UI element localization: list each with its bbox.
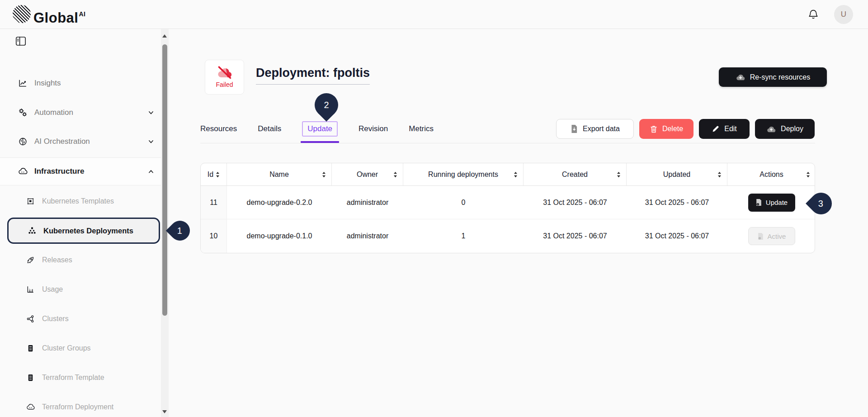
kubernetes-deployments-icon bbox=[28, 226, 37, 235]
cell-running-deployments: 0 bbox=[403, 186, 524, 219]
cloud-icon bbox=[18, 167, 28, 176]
brand-sup-text: AI bbox=[79, 10, 85, 18]
sort-icon[interactable] bbox=[617, 171, 621, 178]
resync-resources-label: Re-sync resources bbox=[750, 73, 810, 81]
sort-icon[interactable] bbox=[216, 171, 220, 178]
chevron-up-icon bbox=[147, 168, 155, 175]
sidebar-scrollbar[interactable] bbox=[161, 29, 169, 417]
cell-updated: 31 Oct 2025 - 06:07 bbox=[627, 186, 727, 219]
tab-update[interactable]: Update bbox=[302, 121, 338, 137]
sidebar-item-clusters[interactable]: Clusters bbox=[0, 310, 161, 328]
user-avatar[interactable]: U bbox=[834, 5, 853, 24]
resync-resources-button[interactable]: Re-sync resources bbox=[719, 67, 827, 87]
pen-icon bbox=[712, 125, 720, 133]
cell-created: 31 Oct 2025 - 06:07 bbox=[524, 219, 627, 253]
document-list-icon bbox=[26, 374, 35, 382]
tab-bar: Resources Details Update Revision Metric… bbox=[200, 118, 434, 139]
tab-resources[interactable]: Resources bbox=[200, 124, 237, 133]
cell-name: demo-upgrade-0.1.0 bbox=[227, 219, 332, 253]
scrollbar-thumb[interactable] bbox=[162, 44, 167, 316]
sort-icon[interactable] bbox=[322, 171, 326, 178]
sidebar-item-label: Insights bbox=[34, 79, 61, 88]
brand-logo-icon bbox=[13, 5, 31, 23]
export-data-label: Export data bbox=[583, 125, 620, 133]
cell-name: demo-upgrade-0.2.0 bbox=[227, 186, 332, 219]
column-label: Name bbox=[269, 171, 289, 179]
sort-icon[interactable] bbox=[806, 171, 810, 178]
sidebar: Insights Automation AI Orchestration Inf… bbox=[0, 29, 169, 417]
table-row: 11 demo-upgrade-0.2.0 administrator 0 31… bbox=[201, 186, 815, 219]
annotation-pin-number: 1 bbox=[177, 226, 182, 236]
sidebar-item-label: Clusters bbox=[42, 315, 69, 323]
deploy-button[interactable]: Deploy bbox=[755, 119, 815, 139]
notifications-bell-icon[interactable] bbox=[807, 9, 819, 20]
tab-metrics[interactable]: Metrics bbox=[409, 124, 434, 133]
page-action-buttons: Export data Delete Edit Deploy bbox=[556, 119, 815, 139]
cell-running-deployments: 1 bbox=[403, 219, 524, 253]
tab-revision[interactable]: Revision bbox=[359, 124, 388, 133]
annotation-pin-number: 2 bbox=[324, 100, 329, 110]
update-row-button[interactable]: Update bbox=[748, 194, 795, 212]
sidebar-item-automation[interactable]: Automation bbox=[0, 104, 161, 122]
sidebar-item-label: Kubernetes Deployments bbox=[43, 227, 133, 235]
sidebar-item-kubernetes-templates[interactable]: Kubernetes Templates bbox=[0, 192, 161, 210]
column-header-owner: Owner bbox=[332, 163, 403, 185]
rocket-icon bbox=[26, 256, 35, 265]
topbar: GlobalAI U bbox=[0, 0, 868, 29]
column-label: Running deployments bbox=[428, 171, 498, 179]
sort-icon[interactable] bbox=[717, 171, 722, 178]
column-label: Owner bbox=[357, 171, 378, 179]
status-badge: Failed bbox=[205, 60, 244, 95]
sidebar-item-label: Releases bbox=[42, 256, 72, 264]
update-row-label: Update bbox=[766, 199, 788, 206]
deploy-label: Deploy bbox=[781, 125, 803, 133]
sidebar-toggle-icon[interactable] bbox=[15, 36, 26, 46]
cell-created: 31 Oct 2025 - 06:07 bbox=[524, 186, 627, 219]
trash-icon bbox=[650, 125, 658, 133]
sort-icon[interactable] bbox=[514, 171, 518, 178]
sidebar-item-insights[interactable]: Insights bbox=[0, 74, 161, 92]
export-data-button[interactable]: Export data bbox=[556, 119, 634, 139]
tab-details[interactable]: Details bbox=[258, 124, 281, 133]
column-header-id: Id bbox=[201, 163, 227, 185]
clusters-icon bbox=[26, 315, 35, 323]
table-header-row: Id Name Owner Running deployments Create… bbox=[201, 163, 815, 186]
scrollbar-up-arrow[interactable] bbox=[162, 34, 167, 38]
column-header-updated: Updated bbox=[627, 163, 727, 185]
edit-label: Edit bbox=[724, 125, 737, 133]
sidebar-item-cluster-groups[interactable]: Cluster Groups bbox=[0, 339, 161, 357]
sidebar-item-infrastructure[interactable]: Infrastructure bbox=[0, 162, 161, 180]
scrollbar-down-arrow[interactable] bbox=[162, 410, 167, 413]
delete-button[interactable]: Delete bbox=[639, 119, 693, 139]
sidebar-item-label: Usage bbox=[42, 285, 63, 294]
cell-actions: Update bbox=[727, 186, 815, 219]
edit-button[interactable]: Edit bbox=[699, 119, 750, 139]
column-label: Actions bbox=[760, 171, 783, 179]
column-label: Id bbox=[208, 171, 213, 179]
chevron-down-icon bbox=[147, 138, 155, 145]
sidebar-item-ai-orchestration[interactable]: AI Orchestration bbox=[0, 133, 161, 151]
column-label: Created bbox=[562, 171, 588, 179]
sidebar-item-usage[interactable]: Usage bbox=[0, 280, 161, 299]
document-info-icon bbox=[755, 199, 762, 206]
sidebar-item-terraform-template[interactable]: Terraform Template bbox=[0, 369, 161, 387]
sidebar-item-kubernetes-deployments[interactable]: Kubernetes Deployments bbox=[7, 218, 160, 244]
tabs-divider bbox=[200, 143, 815, 143]
chevron-down-icon bbox=[147, 109, 155, 116]
annotation-pin-number: 3 bbox=[818, 199, 823, 209]
sidebar-item-releases[interactable]: Releases bbox=[0, 251, 161, 269]
status-badge-label: Failed bbox=[216, 81, 233, 88]
document-info-icon bbox=[757, 232, 764, 240]
document-list-icon bbox=[26, 344, 35, 353]
cloud-upload-icon bbox=[766, 125, 776, 133]
sidebar-item-label: Cluster Groups bbox=[42, 344, 91, 352]
column-header-created: Created bbox=[524, 163, 627, 185]
cell-owner: administrator bbox=[332, 219, 403, 253]
brand-text: Global bbox=[33, 10, 78, 26]
sidebar-item-terraform-deployment[interactable]: Terraform Deployment bbox=[0, 398, 161, 416]
avatar-initial: U bbox=[841, 10, 846, 19]
sidebar-item-label: Kubernetes Templates bbox=[42, 197, 114, 205]
cell-owner: administrator bbox=[332, 186, 403, 219]
kubernetes-templates-icon bbox=[26, 197, 35, 206]
sort-icon[interactable] bbox=[393, 171, 397, 178]
